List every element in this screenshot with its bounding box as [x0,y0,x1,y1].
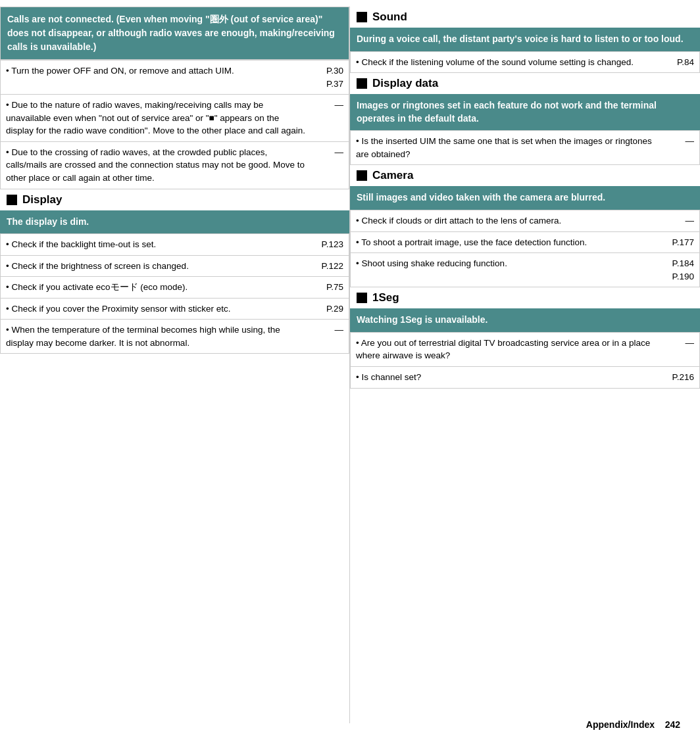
table-row: • Check if clouds or dirt attach to the … [351,210,700,232]
row-ref: P.75 [313,277,349,299]
table-row: • Check if you cover the Proximity senso… [1,298,349,320]
camera-table: • Check if clouds or dirt attach to the … [350,210,700,287]
sound-table: • Check if the listening volume of the s… [350,51,700,74]
display-black-square [7,195,17,205]
row-ref: — [313,320,349,354]
row-ref: P.84 [664,51,700,73]
row-content: • Check if you cover the Proximity senso… [1,298,313,320]
table-row: • Check if you activate ecoモード (eco mode… [1,277,349,299]
oneseg-table: • Are you out of terrestrial digital TV … [350,332,700,389]
table-row: • Check if the listening volume of the s… [351,51,700,73]
display-data-black-square [357,78,367,89]
calls-table: • Turn the power OFF and ON, or remove a… [0,60,349,189]
row-content: • To shoot a portrait image, use the fac… [351,231,664,253]
table-row: • To shoot a portrait image, use the fac… [351,231,700,253]
row-ref: P.30 P.37 [313,60,349,95]
row-content: • Due to the nature of radio waves, maki… [1,95,313,142]
camera-black-square [357,170,367,181]
row-ref: P.123 [313,234,349,256]
row-ref: — [313,141,349,189]
sound-section-header: Sound [350,7,700,28]
row-ref: — [313,95,349,142]
calls-header-text: Calls are not connected. (Even when movi… [7,14,335,52]
table-row: • Due to the nature of radio waves, maki… [1,95,349,142]
table-row: • Shoot using shake reducing function.P.… [351,253,700,287]
row-ref: P.177 [664,231,700,253]
row-ref: P.216 [664,367,700,389]
row-content: • Is the inserted UIM the same one that … [351,131,664,165]
camera-blurred-header: Still images and video taken with the ca… [350,186,700,210]
row-content: • When the temperature of the terminal b… [1,320,313,354]
oneseg-watching-header: Watching 1Seg is unavailable. [350,308,700,332]
row-content: • Check if the backlight time-out is set… [1,234,313,256]
display-data-images-header: Images or ringtones set in each feature … [350,94,700,130]
table-row: • Due to the crossing of radio waves, at… [1,141,349,189]
row-ref: — [664,210,700,232]
row-content: • Turn the power OFF and ON, or remove a… [1,60,313,95]
row-ref: — [664,131,700,165]
row-content: • Check if you activate ecoモード (eco mode… [1,277,313,299]
table-row: • Is channel set?P.216 [351,367,700,389]
table-row: • Are you out of terrestrial digital TV … [351,332,700,366]
row-content: • Check if clouds or dirt attach to the … [351,210,664,232]
camera-title: Camera [372,169,413,182]
display-data-table: • Is the inserted UIM the same one that … [350,130,700,165]
page-wrapper: Calls are not connected. (Even when movi… [0,0,700,743]
calls-header: Calls are not connected. (Even when movi… [0,7,349,60]
row-ref: P.29 [313,298,349,320]
sound-title: Sound [372,11,407,24]
display-data-section-header: Display data [350,73,700,94]
row-content: • Are you out of terrestrial digital TV … [351,332,664,366]
sound-black-square [357,12,367,22]
footer-label: Appendix/Index [586,719,655,730]
page-container: Calls are not connected. (Even when movi… [0,0,700,723]
oneseg-black-square [357,293,367,303]
table-row: • Is the inserted UIM the same one that … [351,131,700,165]
camera-section-header: Camera [350,165,700,186]
row-content: • Shoot using shake reducing function. [351,253,664,287]
display-section-header: Display [0,189,349,210]
display-table: • Check if the backlight time-out is set… [0,233,349,354]
row-content: • Check if the listening volume of the s… [351,51,664,73]
table-row: • When the temperature of the terminal b… [1,320,349,354]
table-row: • Check if the brightness of screen is c… [1,255,349,277]
footer: Appendix/Index 242 [576,713,690,736]
row-ref: P.122 [313,255,349,277]
row-content: • Check if the brightness of screen is c… [1,255,313,277]
table-row: • Check if the backlight time-out is set… [1,234,349,256]
sound-voice-header: During a voice call, the distant party's… [350,28,700,51]
row-ref: — [664,332,700,366]
row-content: • Due to the crossing of radio waves, at… [1,141,313,189]
oneseg-section-header: 1Seg [350,287,700,308]
oneseg-title: 1Seg [372,291,399,304]
display-title: Display [22,193,62,206]
footer-page: 242 [665,719,680,730]
display-data-title: Display data [372,77,438,90]
table-row: • Turn the power OFF and ON, or remove a… [1,60,349,95]
row-ref: P.184 P.190 [664,253,700,287]
right-column: Sound During a voice call, the distant p… [350,7,700,723]
display-dim-header: The display is dim. [0,210,349,234]
row-content: • Is channel set? [351,367,664,389]
left-column: Calls are not connected. (Even when movi… [0,7,350,723]
